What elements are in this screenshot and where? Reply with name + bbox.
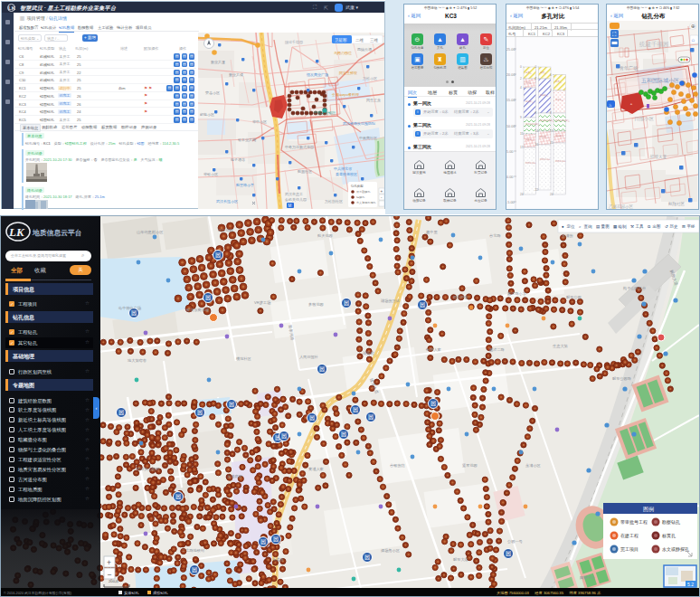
svg-text:航天花园: 航天花园 [317, 233, 333, 238]
svg-text:囻: 囻 [430, 401, 436, 407]
svg-text:M: M [289, 204, 292, 208]
svg-text:5.2: 5.2 [687, 582, 694, 587]
svg-text:囻: 囻 [309, 415, 315, 422]
svg-text:囻: 囻 [364, 554, 370, 561]
svg-text:华中小区: 华中小区 [252, 119, 267, 124]
svg-text:银湖水榭花城: 银湖水榭花城 [185, 308, 210, 312]
svg-text:招银大厦: 招银大厦 [649, 154, 667, 160]
svg-text:三维: 三维 [370, 38, 379, 43]
svg-text:囻: 囻 [192, 567, 197, 573]
svg-text:竖琴花园: 竖琴花园 [462, 463, 478, 468]
svg-text:阿宝生鲜饺: 阿宝生鲜饺 [339, 71, 357, 75]
svg-text:2: 2 [535, 77, 537, 81]
svg-text:公园一号: 公园一号 [507, 539, 524, 544]
svg-text:囻: 囻 [368, 414, 374, 421]
svg-text:囻: 囻 [319, 366, 325, 373]
svg-text:历史: 历史 [670, 223, 679, 230]
svg-text:10.00: 10.00 [506, 125, 516, 128]
svg-text:▤: ▤ [596, 224, 600, 229]
svg-text:锦绣人家: 锦绣人家 [425, 347, 441, 352]
svg-text:惠中里: 惠中里 [425, 230, 438, 234]
svg-text:囻: 囻 [175, 494, 181, 500]
svg-text:囻: 囻 [229, 402, 234, 408]
svg-text:绘制: 绘制 [619, 224, 628, 229]
svg-text:⚒: ⚒ [630, 224, 634, 229]
svg-text:武汉长投小区: 武汉长投小区 [216, 199, 238, 204]
svg-text:黄浦人家: 黄浦人家 [308, 467, 324, 471]
svg-text:9: 9 [520, 116, 522, 119]
svg-text:中奇万达新式花园: 中奇万达新式花园 [285, 145, 314, 149]
svg-text:3: 3 [550, 89, 552, 92]
svg-text:邮电小区: 邮电小区 [200, 112, 214, 117]
svg-text:↺: ↺ [665, 224, 668, 229]
svg-text:中国农业银行: 中国农业银行 [314, 110, 336, 115]
svg-text:展示勘探孔: 展示勘探孔 [356, 190, 371, 194]
svg-text:地大第宿舍: 地大第宿舍 [127, 358, 147, 363]
svg-text:出图: 出图 [653, 224, 661, 229]
svg-text:+: + [381, 189, 383, 194]
svg-text:LK: LK [8, 225, 25, 239]
svg-text:荣泰小区: 荣泰小区 [205, 90, 220, 95]
svg-text:完工项目: 完工项目 [620, 546, 639, 553]
svg-text:勘察钻孔: 勘察钻孔 [662, 519, 680, 526]
svg-text:会机关幼儿园: 会机关幼儿园 [285, 197, 307, 202]
svg-text:解放公园路: 解放公园路 [612, 376, 631, 381]
svg-text:囻: 囻 [215, 252, 221, 259]
svg-text:定位: 定位 [567, 224, 576, 229]
svg-text:全城широ餐料理: 全城широ餐料理 [332, 92, 359, 97]
svg-text:平移: 平移 [687, 224, 696, 229]
svg-text:中南商社区: 中南商社区 [359, 136, 377, 140]
svg-text:模范社区: 模范社区 [235, 356, 252, 361]
svg-text:0: 0 [535, 65, 537, 69]
svg-text:囻: 囻 [353, 407, 358, 413]
svg-text:人民日报社: 人民日报社 [299, 355, 318, 359]
svg-text:万松小区: 万松小区 [363, 76, 377, 81]
svg-text:囻: 囻 [420, 302, 425, 308]
svg-text:电子酒店: 电子酒店 [231, 157, 245, 162]
svg-text:在建工程: 在建工程 [620, 533, 639, 539]
svg-text:二维: 二维 [355, 38, 364, 43]
svg-text:⊕: ⊕ [691, 24, 695, 29]
svg-text:武汉市总工: 武汉市总工 [285, 192, 303, 196]
svg-text:囻: 囻 [341, 431, 346, 438]
svg-text:日报小区: 日报小区 [634, 116, 655, 122]
svg-text:25.00: 25.00 [506, 48, 516, 52]
svg-text:15.00: 15.00 [506, 99, 516, 102]
svg-text:图例: 图例 [643, 507, 654, 513]
svg-text:20.00: 20.00 [506, 73, 516, 77]
svg-text:钻孔类型: 钻孔类型 [350, 184, 364, 188]
svg-text:0: 0 [520, 65, 522, 69]
svg-text:惠济路小学: 惠济路小学 [506, 291, 527, 296]
svg-text:航测社区: 航测社区 [298, 169, 312, 174]
svg-text:华银小区: 华银小区 [203, 172, 218, 176]
svg-text:♨: ♨ [609, 102, 612, 108]
svg-text:2: 2 [520, 77, 522, 81]
svg-text:永清庭园: 永清庭园 [227, 474, 242, 479]
svg-text:同生正茶: 同生正茶 [366, 98, 381, 102]
svg-text:西纳云酒: 西纳云酒 [357, 47, 372, 52]
svg-text:量测: 量测 [601, 223, 610, 229]
svg-text:8: 8 [535, 111, 537, 115]
svg-text:工具: 工具 [636, 223, 645, 229]
svg-text:生态大第: 生态大第 [553, 344, 568, 348]
svg-text:4: 4 [520, 86, 522, 90]
svg-text:囻: 囻 [118, 410, 124, 416]
svg-text:航空路小学: 航空路小学 [236, 183, 254, 187]
svg-text:水文或静探孔: 水文或静探孔 [662, 546, 689, 553]
svg-text:国药控股: 国药控股 [453, 295, 469, 299]
svg-text:台北路: 台北路 [489, 233, 501, 238]
svg-text:囻: 囻 [197, 410, 203, 416]
svg-text:囻: 囻 [131, 310, 137, 317]
svg-text:囻: 囻 [273, 536, 279, 543]
svg-text:多牧花园: 多牧花园 [308, 302, 324, 307]
svg-text:水文观测孔现孔: 水文观测孔现孔 [356, 201, 377, 204]
svg-text:+: + [107, 558, 111, 567]
svg-text:永清小区: 永清小区 [525, 463, 542, 468]
svg-text:银丰业大棚: 银丰业大棚 [237, 137, 256, 142]
svg-text:武汉关山医院: 武汉关山医院 [137, 467, 160, 471]
svg-text:汉口花园: 汉口花园 [218, 228, 233, 232]
svg-text:中共湖北省: 中共湖北省 [334, 166, 352, 171]
svg-text:囻: 囻 [205, 295, 211, 301]
svg-text:⌂: ⌂ [692, 37, 695, 43]
svg-text:⌕: ⌕ [579, 224, 582, 229]
